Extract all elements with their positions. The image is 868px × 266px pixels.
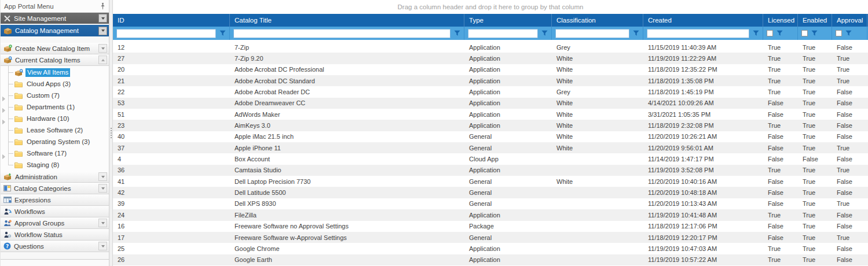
sidebar-item-approval-groups[interactable]: !Approval Groups <box>1 217 109 229</box>
sidebar-item-catalog-management[interactable]: Catalog Management <box>1 25 109 36</box>
cell-licensed: True <box>763 44 798 51</box>
sidebar-item-catalog-categories[interactable]: Catalog Categories <box>1 183 109 194</box>
filter-funnel-button-licensed[interactable] <box>775 30 783 36</box>
sidebar-item-expressions[interactable]: Expressions <box>1 194 109 206</box>
table-row[interactable]: 4Box AccountCloud App11/14/2019 1:47:17 … <box>113 153 868 164</box>
filter-funnel-button-enabled[interactable] <box>810 30 818 36</box>
table-row[interactable]: 23AimKeys 3.0ApplicationWhite11/18/2019 … <box>113 120 868 131</box>
chevron-down-button[interactable] <box>98 242 107 250</box>
chevron-down-button[interactable] <box>98 27 107 35</box>
column-header-catalog-title[interactable]: Catalog Title <box>230 14 464 27</box>
sidebar-item-label: Site Management <box>14 15 66 22</box>
table-row[interactable]: 36Camtasia StudioApplication11/19/2019 3… <box>113 165 868 176</box>
table-row[interactable]: 16Freeware Software no Approval Settings… <box>113 221 868 232</box>
filter-input-classification[interactable] <box>555 29 629 38</box>
filter-funnel-button-classification[interactable] <box>632 30 640 36</box>
filter-funnel-button-catalog-title[interactable] <box>453 30 461 36</box>
column-header-enabled[interactable]: Enabled <box>798 14 832 27</box>
cell-type: Application <box>464 99 552 106</box>
cell-enabled: True <box>798 167 832 173</box>
column-header-created[interactable]: Created <box>643 14 763 27</box>
cell-created: 11/18/2019 1:45:19 PM <box>643 88 763 95</box>
table-row[interactable]: 26Google EarthApplication11/19/2019 10:5… <box>113 254 868 265</box>
table-row[interactable]: 41Dell Laptop Precision 7730GeneralWhite… <box>113 176 868 187</box>
table-row[interactable]: 21Adobe Acrobat DC StandardApplicationWh… <box>113 75 868 86</box>
chevron-down-icon <box>101 17 105 20</box>
filter-checkbox-enabled[interactable] <box>801 30 808 36</box>
cell-approval: True <box>832 77 867 84</box>
table-row[interactable]: 17Freeware Software w-Approval SettingsG… <box>113 232 868 243</box>
tree-item-hardware-10[interactable]: Hardware (10) <box>1 113 109 124</box>
filter-input-type[interactable] <box>468 29 538 38</box>
table-row[interactable]: 42Dell Latitude 5500General11/20/2019 10… <box>113 187 868 198</box>
chevron-down-icon <box>101 222 105 224</box>
cell-licensed: True <box>763 167 798 173</box>
table-row[interactable]: 22Adobe Acrobat Reader DCApplicationGrey… <box>113 86 868 97</box>
filter-input-catalog-title[interactable] <box>233 29 451 38</box>
cell-enabled: True <box>798 245 832 252</box>
folder-icon <box>14 116 23 122</box>
chevron-down-icon <box>101 47 105 50</box>
tree-item-departments-1[interactable]: Departments (1) <box>1 101 109 113</box>
sidebar-item-current-catalog-items[interactable]: Current Catalog Items <box>1 54 109 66</box>
sidebar-item-workflow-status[interactable]: Workflow Status <box>1 229 109 241</box>
group-by-hint[interactable]: Drag a column header and drop it here to… <box>113 0 868 14</box>
tree-item-operating-system-3[interactable]: Operating System (3) <box>1 136 109 147</box>
cell-classification: White <box>552 122 643 129</box>
table-row[interactable]: 39Dell XPS 8930General11/20/2019 10:13:4… <box>113 198 868 209</box>
table-row[interactable]: 24FileZillaApplication11/19/2019 10:41:4… <box>113 209 868 220</box>
filter-cell-licensed <box>763 27 798 40</box>
filter-checkbox-licensed[interactable] <box>767 30 773 36</box>
tree-item-label: Cloud Apps (3) <box>25 80 72 88</box>
tree-item-software-17[interactable]: Software (17) <box>1 147 109 159</box>
filter-input-created[interactable] <box>647 29 749 38</box>
tree-item-cloud-apps-3[interactable]: Cloud Apps (3) <box>1 78 109 90</box>
sidebar-item-workflows[interactable]: Workflows <box>1 206 109 217</box>
tree-item-custom-7[interactable]: Custom (7) <box>1 90 109 101</box>
column-header-classification[interactable]: Classification <box>552 14 643 27</box>
chevron-down-button[interactable] <box>98 172 107 181</box>
chevron-down-button[interactable] <box>98 184 107 193</box>
table-row[interactable]: 37Apple iPhone 11GeneralWhite11/20/2019 … <box>113 142 868 153</box>
table-row[interactable]: 277-Zip 9.20ApplicationWhite11/19/2019 1… <box>113 53 868 64</box>
chevron-down-button[interactable] <box>98 219 107 227</box>
sidebar-item-site-management[interactable]: Site Management <box>1 13 109 24</box>
table-row[interactable]: 127-ZipApplicationGrey11/15/2019 11:40:3… <box>113 42 868 53</box>
cell-licensed: False <box>763 156 798 162</box>
filter-input-id[interactable] <box>116 29 216 38</box>
table-row[interactable]: 20Adobe Acrobat DC ProfessionalApplicati… <box>113 64 868 75</box>
tree-item-lease-software-2[interactable]: Lease Software (2) <box>1 124 109 136</box>
cell-id: 22 <box>113 88 230 95</box>
filter-funnel-button-id[interactable] <box>218 30 226 36</box>
filter-funnel-button-created[interactable] <box>752 30 760 36</box>
tree-item-staging-8[interactable]: Staging (8) <box>1 159 109 171</box>
cell-enabled: True <box>798 234 832 241</box>
table-row[interactable]: 40Apple iMac 21.5 inchGeneralWhite11/20/… <box>113 131 868 142</box>
sidebar-item-administration[interactable]: Administration <box>1 171 109 183</box>
cell-catalog-title: Adobe Acrobat Reader DC <box>230 88 464 95</box>
table-row[interactable]: 53Adobe Dreamweaver CCApplicationWhite4/… <box>113 98 868 109</box>
chevron-down-button[interactable] <box>98 44 107 53</box>
pin-icon[interactable] <box>100 3 105 10</box>
filter-funnel-button-approval[interactable] <box>844 30 852 36</box>
cell-type: Application <box>464 111 552 118</box>
column-header-licensed[interactable]: Licensed <box>763 14 798 27</box>
chevron-up-button[interactable] <box>98 56 107 64</box>
column-header-id[interactable]: ID <box>113 14 230 27</box>
filter-funnel-button-type[interactable] <box>540 30 548 36</box>
cell-enabled: True <box>798 88 832 95</box>
cell-type: General <box>464 200 552 207</box>
chevron-down-button[interactable] <box>98 14 107 23</box>
sidebar-item-questions[interactable]: ?Questions <box>1 241 109 252</box>
column-header-type[interactable]: Type <box>464 14 552 27</box>
cell-classification: White <box>552 55 643 62</box>
column-header-approval[interactable]: Approval <box>832 14 867 27</box>
sidebar-item-create-new-catalog-item[interactable]: Create New Catalog Item <box>1 43 109 54</box>
filter-checkbox-approval[interactable] <box>836 30 842 36</box>
table-row[interactable]: 51AdWords MakerApplicationWhite3/31/2021… <box>113 109 868 120</box>
cell-enabled: True <box>798 189 832 196</box>
cell-licensed: False <box>763 99 798 106</box>
filter-cell-type <box>464 27 552 40</box>
tree-item-view-all-items[interactable]: View All Items <box>1 66 109 78</box>
table-row[interactable]: 25Google ChromeApplication11/19/2019 10:… <box>113 243 868 254</box>
